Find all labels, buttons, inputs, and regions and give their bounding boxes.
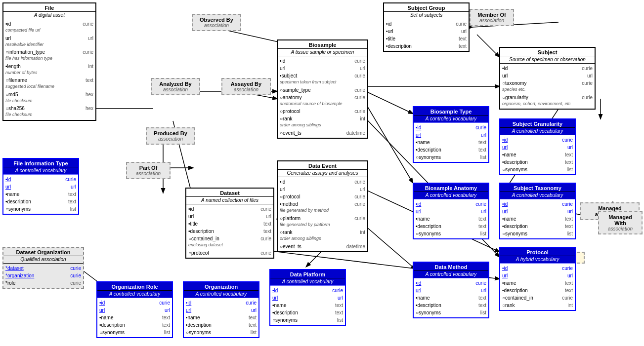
organization-fields: •idcurie urlurl •nametext •descriptionte… <box>184 298 258 337</box>
subject-taxonomy-header: Subject Taxonomy <box>500 184 575 192</box>
file-info-type-entity: File Information Type A controlled vocab… <box>2 158 79 215</box>
diagram-container: File A digital asset •idcurie compacted … <box>0 0 644 346</box>
dataset-entity: Dataset A named collection of files •idc… <box>185 188 274 259</box>
subject-granularity-subheader: A controlled vocabulary <box>500 128 575 135</box>
data-platform-entity: Data Platform A controlled vocabulary •i… <box>269 269 346 326</box>
biosample-type-header: Biosample Type <box>414 107 488 115</box>
dataset-header: Dataset <box>186 189 273 197</box>
biosample-entity: Biosample A tissue sample or specimen •i… <box>277 39 368 139</box>
data-method-header: Data Method <box>414 263 488 271</box>
biosample-anatomy-header: Biosample Anatomy <box>414 184 488 192</box>
subject-fields: •idcurie urlurl ○taxonomycurie species e… <box>500 64 595 109</box>
organization-subheader: A controlled vocabulary <box>184 291 258 298</box>
member-of-assoc: Member Of association <box>470 9 514 26</box>
part-of-assoc: Part Of association <box>126 162 171 179</box>
dataset-subheader: A named collection of files <box>186 197 273 204</box>
observed-by-assoc: Observed By association <box>192 14 241 31</box>
biosample-anatomy-fields: •idcurie urlurl •nametext •descriptionte… <box>414 199 488 238</box>
managed-with-assoc: Managed With association <box>598 211 643 234</box>
data-platform-fields: •idcurie urlurl •nametext •descriptionte… <box>270 286 345 325</box>
svg-line-16 <box>361 222 415 269</box>
data-event-header: Data Event <box>278 161 367 170</box>
file-info-type-fields: •idcurie urlurl •nametext •descriptionte… <box>3 175 78 214</box>
dataset-org-header: Dataset Organization <box>3 248 83 256</box>
organization-entity: Organization A controlled vocabulary •id… <box>183 281 259 338</box>
data-event-subheader: Generalize assays and analyses <box>278 170 367 177</box>
assayed-by-assoc: Assayed By association <box>221 78 271 95</box>
protocol-fields: •idcurie urlurl •nametext •descriptionte… <box>500 264 575 310</box>
subject-taxonomy-subheader: A controlled vocabulary <box>500 192 575 199</box>
data-platform-header: Data Platform <box>270 270 345 278</box>
dataset-fields: •idcurie urlurl •titletext •descriptiont… <box>186 204 273 258</box>
biosample-type-fields: •idcurie urlurl •nametext •descriptionte… <box>414 123 488 162</box>
subject-granularity-fields: •idcurie urlurl •nametext •descriptionte… <box>500 135 575 174</box>
biosample-header: Biosample <box>278 40 367 49</box>
file-info-type-subheader: A controlled vocabulary <box>3 167 78 175</box>
biosample-subheader: A tissue sample or specimen <box>278 49 367 56</box>
subject-group-header: Subject Group <box>384 3 469 12</box>
svg-line-12 <box>366 91 413 114</box>
file-subheader: A digital asset <box>3 12 95 19</box>
subject-entity: Subject Source of specimen or observatio… <box>499 47 596 110</box>
subject-group-fields: •idcurie •urlurl •titletext •description… <box>384 19 469 51</box>
biosample-fields: •idcurie urlurl •subjectcurie specimen t… <box>278 56 367 138</box>
svg-line-13 <box>366 104 413 183</box>
file-entity: File A digital asset •idcurie compacted … <box>2 2 96 121</box>
subject-group-subheader: Set of subjects <box>384 12 469 19</box>
org-role-header: Organization Role <box>97 282 172 291</box>
protocol-header: Protocol <box>500 248 575 256</box>
data-method-subheader: A controlled vocabulary <box>414 271 488 278</box>
analyzed-by-assoc: Analyzed By association <box>151 78 200 95</box>
data-event-fields: •idcurie urlurl ○protocolcurie •methodcu… <box>278 177 367 251</box>
data-event-entity: Data Event Generalize assays and analyse… <box>277 160 368 252</box>
svg-line-9 <box>477 35 499 57</box>
biosample-type-subheader: A controlled vocabulary <box>414 115 488 123</box>
dataset-org-entity: Dataset Organization Qualified associati… <box>2 247 84 289</box>
subject-granularity-entity: Subject Granularity A controlled vocabul… <box>499 118 576 175</box>
org-role-entity: Organization Role A controlled vocabular… <box>96 281 173 338</box>
subject-subheader: Source of specimen or observation <box>500 56 595 64</box>
biosample-anatomy-entity: Biosample Anatomy A controlled vocabular… <box>413 183 489 239</box>
subject-header: Subject <box>500 48 595 56</box>
data-method-entity: Data Method A controlled vocabulary •idc… <box>413 262 489 318</box>
produced-by-assoc: Produced By association <box>146 127 195 145</box>
file-fields: •idcurie compacted file url urlurl resol… <box>3 19 95 120</box>
subject-group-entity: Subject Group Set of subjects •idcurie •… <box>383 2 470 52</box>
protocol-entity: Protocol A hybrid vocabulary •idcurie ur… <box>499 247 576 311</box>
protocol-subheader: A hybrid vocabulary <box>500 256 575 264</box>
biosample-anatomy-subheader: A controlled vocabulary <box>414 192 488 199</box>
file-info-type-header: File Information Type <box>3 159 78 167</box>
org-role-fields: •idcurie urlurl •nametext •descriptionte… <box>97 298 172 337</box>
data-platform-subheader: A controlled vocabulary <box>270 278 345 286</box>
file-header: File <box>3 3 95 12</box>
org-role-subheader: A controlled vocabulary <box>97 291 172 298</box>
biosample-type-entity: Biosample Type A controlled vocabulary •… <box>413 106 489 163</box>
subject-taxonomy-entity: Subject Taxonomy A controlled vocabulary… <box>499 183 576 239</box>
organization-header: Organization <box>184 282 258 291</box>
data-method-fields: •idcurie urlurl •nametext •descriptionte… <box>414 278 488 317</box>
dataset-org-fields: *datasetcurie *organizationcurie *rolecu… <box>3 264 83 288</box>
dataset-org-subheader: Qualified association <box>3 256 83 264</box>
subject-granularity-header: Subject Granularity <box>500 119 575 128</box>
subject-taxonomy-fields: •idcurie urlurl •nametext •descriptionte… <box>500 199 575 238</box>
